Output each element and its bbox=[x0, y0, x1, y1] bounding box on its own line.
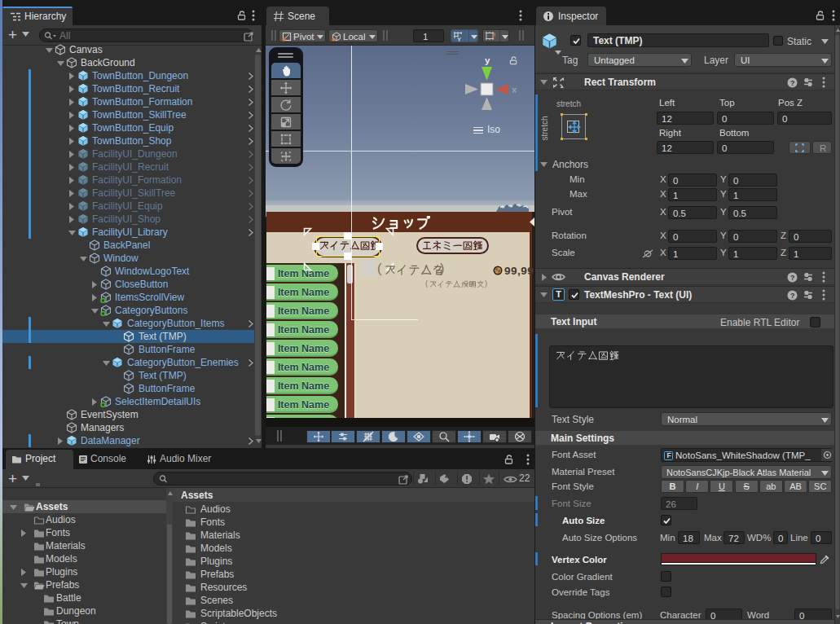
svg-text:?: ? bbox=[790, 78, 795, 86]
svg-text:?: ? bbox=[790, 291, 795, 299]
svg-text:y: y bbox=[485, 55, 490, 65]
svg-text:Y: Y bbox=[457, 36, 461, 42]
svg-text:?: ? bbox=[790, 273, 795, 281]
svg-text:x: x bbox=[512, 85, 517, 94]
